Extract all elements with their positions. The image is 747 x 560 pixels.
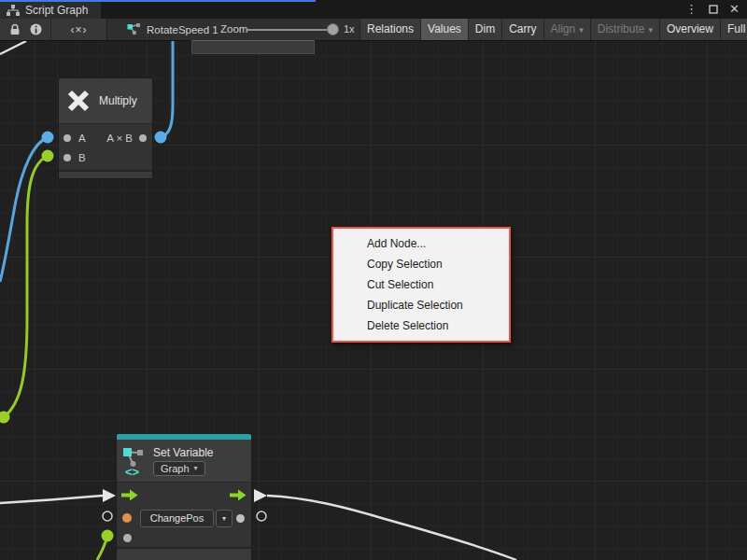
values-button[interactable]: Values bbox=[420, 19, 468, 40]
window-close-icon[interactable]: ✕ bbox=[729, 0, 740, 19]
graph-toolbar: ‹×› RotateSpeed 1 Zoom 1x Relations Valu… bbox=[0, 19, 747, 41]
carry-button[interactable]: Carry bbox=[501, 19, 543, 40]
menu-item-add-node[interactable]: Add Node... bbox=[333, 233, 509, 254]
node-set-variable[interactable]: <> Set Variable Graph ▾ bbox=[117, 434, 251, 560]
variable-scope-dropdown[interactable]: Graph ▾ bbox=[153, 461, 205, 476]
zoom-slider-knob[interactable] bbox=[327, 23, 339, 35]
flow-arrowhead-icon bbox=[254, 489, 267, 502]
node-multiply[interactable]: Multiply A A × B B bbox=[59, 78, 152, 178]
setvar-title-block: Set Variable Graph ▾ bbox=[153, 446, 213, 476]
graph-hierarchy-icon bbox=[7, 5, 20, 17]
wire-value-setvar-lower[interactable] bbox=[97, 536, 107, 560]
window-menu-icon[interactable]: ⋮ bbox=[685, 0, 698, 19]
wire-value-multiply-input-b[interactable] bbox=[4, 156, 48, 417]
multiply-body: A A × B B bbox=[59, 123, 152, 170]
menu-item-cut-selection[interactable]: Cut Selection bbox=[333, 274, 509, 295]
menu-item-duplicate-selection[interactable]: Duplicate Selection bbox=[333, 295, 509, 315]
empty-port-ring[interactable] bbox=[257, 511, 266, 521]
tab-title: Script Graph bbox=[25, 4, 88, 17]
node-title: Multiply bbox=[99, 94, 137, 107]
relations-button[interactable]: Relations bbox=[359, 19, 420, 40]
multiply-header: Multiply bbox=[59, 78, 152, 123]
dropdown-arrow-icon: ▾ bbox=[194, 464, 198, 472]
dropdown-arrow-icon: ▾ bbox=[222, 514, 226, 523]
port-row: A A × B bbox=[59, 128, 152, 147]
zoom-value: 1x bbox=[344, 23, 355, 35]
input-port-a[interactable] bbox=[63, 134, 71, 142]
wire-endpoint-ball-green bbox=[42, 150, 54, 162]
setvar-body: ChangePos ▾ bbox=[117, 482, 251, 547]
flow-out-arrow-icon[interactable] bbox=[230, 489, 247, 501]
variable-input-port[interactable] bbox=[122, 513, 132, 523]
full-screen-button[interactable]: Full Screen bbox=[720, 19, 747, 40]
multiply-footer bbox=[59, 170, 152, 178]
wire-endpoint-ball-green bbox=[102, 530, 114, 542]
wire-endpoint-ball-green bbox=[0, 412, 10, 424]
zoom-slider-track[interactable] bbox=[247, 29, 333, 31]
setvar-header: <> Set Variable Graph ▾ bbox=[117, 440, 251, 482]
value-input-port[interactable] bbox=[123, 534, 132, 542]
dropdown-arrow-icon: ▾ bbox=[579, 25, 584, 35]
toolbar-button-group: Relations Values Dim Carry Align▾ Distri… bbox=[359, 19, 747, 40]
scope-value: Graph bbox=[161, 463, 190, 474]
value-output-port[interactable] bbox=[236, 514, 245, 523]
svg-text:<>: <> bbox=[125, 465, 140, 477]
output-port-axb[interactable] bbox=[139, 134, 147, 142]
input-port-b[interactable] bbox=[63, 154, 71, 161]
set-variable-icon: <> bbox=[122, 445, 147, 477]
flow-in-arrow-icon[interactable] bbox=[121, 489, 138, 501]
wire-endpoint-ball-blue bbox=[42, 132, 54, 144]
variable-name-dropdown[interactable]: ChangePos bbox=[140, 510, 214, 527]
window-maximize-icon[interactable] bbox=[709, 5, 718, 14]
variable-dropdown-button[interactable]: ▾ bbox=[216, 510, 233, 527]
graph-reference-label: RotateSpeed 1 bbox=[147, 24, 218, 35]
secondary-port-row bbox=[117, 529, 251, 547]
align-button: Align▾ bbox=[543, 19, 590, 40]
port-row: B bbox=[59, 147, 152, 167]
graph-reference[interactable]: RotateSpeed 1 bbox=[127, 19, 218, 40]
setvar-footer bbox=[117, 547, 251, 560]
menu-item-delete-selection[interactable]: Delete Selection bbox=[333, 315, 509, 336]
tab-bar: Script Graph ⋮ ✕ bbox=[0, 0, 747, 19]
variable-name: ChangePos bbox=[150, 512, 204, 524]
tab-script-graph[interactable]: Script Graph bbox=[0, 2, 101, 19]
empty-port-ring[interactable] bbox=[103, 511, 112, 521]
node-title: Set Variable bbox=[153, 446, 213, 459]
wire-flow-setvar-out[interactable] bbox=[267, 496, 516, 560]
variable-port-row: ChangePos ▾ bbox=[117, 507, 251, 529]
wire-value-multiply-input-a[interactable] bbox=[0, 137, 48, 282]
distribute-button: Distribute▾ bbox=[590, 19, 659, 40]
context-menu: Add Node... Copy Selection Cut Selection… bbox=[331, 227, 511, 343]
zoom-label: Zoom bbox=[220, 23, 247, 35]
wire-value-multiply-output[interactable] bbox=[161, 41, 173, 137]
code-view-button[interactable]: ‹×› bbox=[51, 19, 107, 40]
wire-flow-topleft[interactable] bbox=[0, 41, 26, 54]
graph-breadcrumb-box[interactable] bbox=[191, 40, 315, 54]
menu-item-copy-selection[interactable]: Copy Selection bbox=[333, 254, 509, 274]
dropdown-arrow-icon: ▾ bbox=[648, 25, 653, 35]
wire-endpoint-ball-blue bbox=[155, 132, 167, 144]
code-icon: ‹×› bbox=[71, 23, 88, 36]
wire-flow-setvar-in[interactable] bbox=[0, 496, 103, 503]
port-label: A × B bbox=[106, 133, 133, 144]
port-label: B bbox=[78, 152, 86, 163]
unity-script-graph-window: Script Graph ⋮ ✕ ‹×› bbox=[0, 0, 747, 560]
mini-graph-icon bbox=[127, 23, 141, 35]
dim-button[interactable]: Dim bbox=[468, 19, 501, 40]
toolbar-left-group bbox=[0, 19, 51, 40]
port-label: A bbox=[78, 133, 86, 144]
graph-canvas[interactable]: Multiply A A × B B bbox=[0, 41, 747, 560]
flow-arrowhead-icon bbox=[103, 489, 116, 502]
lock-icon[interactable] bbox=[9, 23, 21, 35]
info-icon[interactable] bbox=[30, 23, 42, 35]
flow-port-row bbox=[117, 483, 251, 507]
overview-button[interactable]: Overview bbox=[659, 19, 720, 40]
window-controls: ⋮ ✕ bbox=[685, 0, 740, 19]
multiply-x-icon bbox=[66, 89, 91, 113]
toolbar-middle-group: RotateSpeed 1 Zoom 1x bbox=[120, 19, 359, 40]
